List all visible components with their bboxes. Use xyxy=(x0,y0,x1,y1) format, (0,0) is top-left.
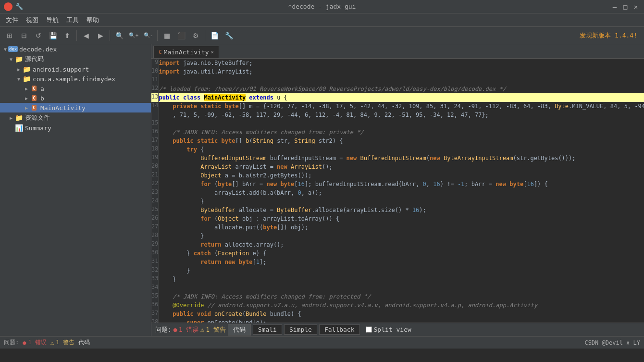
close-button[interactable]: ✕ xyxy=(632,2,640,11)
tb-grid-btn[interactable]: ▦ xyxy=(160,29,173,42)
code-content: public static byte[] b(String str, Strin… xyxy=(159,137,644,145)
code-content: for (Object obj : arrayList.toArray()) { xyxy=(159,214,644,223)
line-number: 31 xyxy=(151,258,159,266)
table-row: 20 ArrayList arrayList = new ArrayList()… xyxy=(151,162,644,171)
table-row: 17 public static byte[] b(String str, St… xyxy=(151,137,644,145)
sidebar-item-mainactivity[interactable]: ▶ C MainActivity xyxy=(0,103,151,112)
tb-export2-btn[interactable]: ⬆ xyxy=(61,29,74,42)
bottom-tab-smali[interactable]: Smali xyxy=(253,325,282,335)
main-arrow-icon: ▶ xyxy=(23,105,30,111)
main-container: ▼ dex decode.dex ▼ 📁 源代码 ▶ 📁 android.sup… xyxy=(0,44,644,336)
tb-export-btn[interactable]: 💾 xyxy=(46,29,60,42)
summary-label: Summary xyxy=(25,125,51,132)
table-row: 29 return allocate.array(); xyxy=(151,240,644,249)
code-content xyxy=(159,76,644,85)
minimize-button[interactable]: — xyxy=(610,2,619,11)
tb-forward-btn[interactable]: ▶ xyxy=(94,29,107,42)
code-content: import java.nio.ByteBuffer; xyxy=(159,59,644,67)
sidebar-item-android-support[interactable]: ▶ 📁 android.support xyxy=(0,64,151,74)
sidebar-item-summary[interactable]: 📊 Summary xyxy=(0,123,151,133)
right-panel: C MainActivity × 9 import java.nio.ByteB… xyxy=(151,44,644,336)
table-row: 34 xyxy=(151,284,644,292)
tb-refresh-btn[interactable]: ↺ xyxy=(32,29,45,42)
maximize-button[interactable]: □ xyxy=(621,2,630,11)
menu-help[interactable]: 帮助 xyxy=(83,15,103,25)
status-warning-text: 1 警告 xyxy=(56,338,74,347)
sidebar-item-source[interactable]: ▼ 📁 源代码 xyxy=(0,54,151,64)
tb-save-btn[interactable]: ⊟ xyxy=(17,29,31,42)
bottom-error-badge[interactable]: ● 1 错误 xyxy=(173,325,198,334)
tb-search-minus-btn[interactable]: 🔍- xyxy=(141,29,155,42)
resources-folder-icon: 📁 xyxy=(14,114,23,122)
table-row: 26 for (Object obj : arrayList.toArray()… xyxy=(151,214,644,223)
line-number: 11 xyxy=(151,76,159,85)
tab-mainactivity[interactable]: C MainActivity × xyxy=(153,46,219,58)
tb-search-btn[interactable]: 🔍 xyxy=(112,29,126,42)
code-content: Object a = b.a(str2.getBytes()); xyxy=(159,171,644,180)
error-count-label: 1 错误 xyxy=(179,325,199,334)
sidebar-item-b[interactable]: ▶ C b xyxy=(0,93,151,103)
status-warning-icon: ⚠ xyxy=(50,339,54,346)
code-editor[interactable]: 9 import java.nio.ByteBuffer; 10 import … xyxy=(151,59,644,323)
bottom-tab-bar: 问题: ● 1 错误 ⚠ 1 警告 代码 Smali Simple Fallba… xyxy=(151,323,644,336)
sidebar-item-a[interactable]: ▶ C a xyxy=(0,84,151,93)
tab-label: MainActivity xyxy=(164,49,209,56)
bottom-tab-simple[interactable]: Simple xyxy=(284,325,317,335)
resources-arrow-icon: ▶ xyxy=(8,115,14,121)
bottom-warning-badge[interactable]: ⚠ 1 警告 xyxy=(200,325,225,334)
line-number: 20 xyxy=(151,162,159,171)
bottom-tab-code[interactable]: 代码 xyxy=(228,324,251,336)
menu-navigate[interactable]: 导航 xyxy=(42,15,62,25)
menu-tools[interactable]: 工具 xyxy=(62,15,83,25)
code-content: public class MainActivity extends u { xyxy=(159,93,644,102)
tb-wrench-btn[interactable]: 🔧 xyxy=(222,29,235,42)
code-content: return allocate.array(); xyxy=(159,240,644,249)
tb-search-plus-btn[interactable]: 🔍+ xyxy=(127,29,140,42)
code-content: /* JADX INFO: Access modifiers changed f… xyxy=(159,128,644,137)
table-row: 25 ByteBuffer allocate = ByteBuffer.allo… xyxy=(151,206,644,214)
tb-back-btn[interactable]: ◀ xyxy=(79,29,93,42)
line-number: 14 xyxy=(151,102,159,111)
line-number: 34 xyxy=(151,284,159,292)
dex-icon: dex xyxy=(9,45,17,53)
line-number: 19 xyxy=(151,154,159,162)
tb-square-btn[interactable]: ⬛ xyxy=(174,29,188,42)
new-version-notice[interactable]: 发现新版本 1.4.4! xyxy=(580,31,641,40)
status-code-label: 代码 xyxy=(78,338,90,347)
table-row: 28 } xyxy=(151,232,644,240)
code-content: public void onCreate(Bundle bundle) { xyxy=(159,310,644,318)
line-number: 24 xyxy=(151,197,159,206)
line-number: 21 xyxy=(151,171,159,180)
code-content: } catch (Exception e) { xyxy=(159,249,644,258)
split-view-checkbox[interactable] xyxy=(366,326,372,333)
line-number: 26 xyxy=(151,214,159,223)
line-number: 37 xyxy=(151,310,159,318)
tb-open-btn[interactable]: ⊞ xyxy=(3,29,16,42)
sidebar-item-resources[interactable]: ▶ 📁 资源文件 xyxy=(0,112,151,123)
sidebar-item-dex[interactable]: ▼ dex decode.dex xyxy=(0,44,151,54)
line-number: 18 xyxy=(151,145,159,154)
bottom-issues-label: 问题: xyxy=(155,325,172,334)
bottom-tab-fallback[interactable]: Fallback xyxy=(319,325,360,335)
tb-doc-btn[interactable]: 📄 xyxy=(208,29,221,42)
line-number: 10 xyxy=(151,67,159,76)
code-content xyxy=(159,284,644,292)
line-number: 36 xyxy=(151,301,159,310)
table-row: 11 xyxy=(151,76,644,85)
toolbar-separator-4 xyxy=(205,30,205,41)
menu-file[interactable]: 文件 xyxy=(2,15,22,25)
table-row: 32 } xyxy=(151,266,644,275)
table-row: 31 return new byte[1]; xyxy=(151,258,644,266)
menu-view[interactable]: 视图 xyxy=(22,15,42,25)
main-class-icon: C xyxy=(30,104,38,112)
sidebar-item-com[interactable]: ▼ 📁 com.a.sample.findmydex xyxy=(0,74,151,84)
code-content: BufferedInputStream bufferedInputStream … xyxy=(159,154,644,162)
status-left: 问题: ● 1 错误 ⚠ 1 警告 代码 xyxy=(4,338,90,347)
line-number: 28 xyxy=(151,232,159,240)
table-row: 38 super.onCreate(bundle); xyxy=(151,318,644,323)
tb-gear-btn[interactable]: ⚙ xyxy=(189,29,202,42)
line-number: 17 xyxy=(151,137,159,145)
tab-close-icon[interactable]: × xyxy=(211,49,214,55)
code-content: ArrayList arrayList = new ArrayList(); xyxy=(159,162,644,171)
resources-label: 资源文件 xyxy=(25,113,50,122)
